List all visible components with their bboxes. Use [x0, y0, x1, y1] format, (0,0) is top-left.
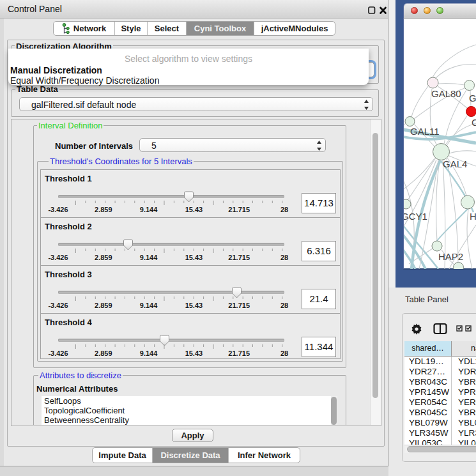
svg-text:HAP2: HAP2	[438, 251, 463, 262]
svg-text:GCY1: GCY1	[404, 211, 427, 222]
svg-text:GAL80: GAL80	[431, 88, 461, 99]
svg-text:GAL11: GAL11	[410, 126, 440, 137]
svg-text:HA: HA	[470, 211, 476, 222]
svg-text:C: C	[472, 117, 476, 128]
svg-text:GAL4: GAL4	[443, 158, 467, 169]
svg-text:GA: GA	[469, 93, 476, 104]
